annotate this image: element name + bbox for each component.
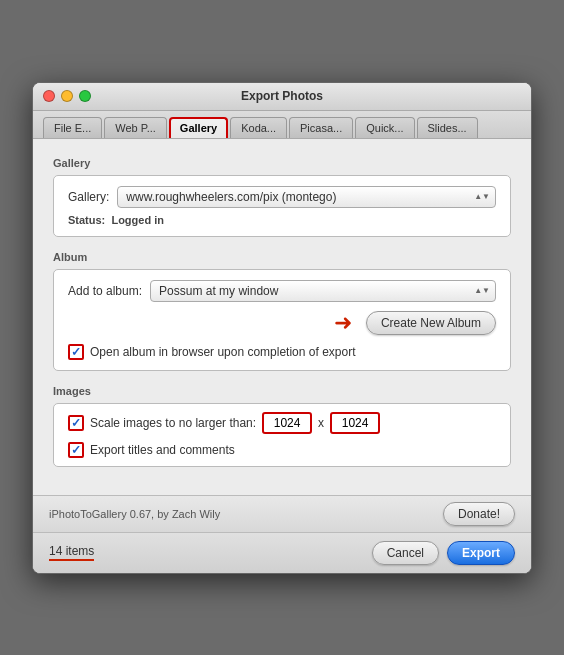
tab-picasa[interactable]: Picasa... [289, 117, 353, 138]
export-titles-row: ✓ Export titles and comments [68, 442, 496, 458]
export-titles-checkbox[interactable]: ✓ [68, 442, 84, 458]
width-input[interactable] [262, 412, 312, 434]
main-content: Gallery Gallery: www.roughwheelers.com/p… [33, 139, 531, 495]
app-info: iPhotoToGallery 0.67, by Zach Wily [49, 508, 220, 520]
album-select-wrapper[interactable]: Possum at my window [150, 280, 496, 302]
album-section-label: Album [53, 251, 511, 263]
create-new-album-button[interactable]: Create New Album [366, 311, 496, 335]
checkbox-checkmark: ✓ [71, 345, 81, 359]
status-label: Status: [68, 214, 105, 226]
export-button[interactable]: Export [447, 541, 515, 565]
titlebar: Export Photos [33, 83, 531, 111]
height-input[interactable] [330, 412, 380, 434]
maximize-button[interactable] [79, 90, 91, 102]
x-separator: x [318, 416, 324, 430]
tab-kodak[interactable]: Koda... [230, 117, 287, 138]
items-count: 14 items [49, 544, 94, 561]
gallery-select[interactable]: www.roughwheelers.com/pix (montego) [117, 186, 496, 208]
scale-images-label: Scale images to no larger than: [90, 416, 256, 430]
tabs-bar: File E... Web P... Gallery Koda... Picas… [33, 111, 531, 139]
donate-bar: iPhotoToGallery 0.67, by Zach Wily Donat… [33, 495, 531, 532]
scale-checkbox-checkmark: ✓ [71, 416, 81, 430]
images-section-box: ✓ Scale images to no larger than: x ✓ Ex… [53, 403, 511, 467]
tab-quicktime[interactable]: Quick... [355, 117, 414, 138]
window-title: Export Photos [241, 89, 323, 103]
open-in-browser-row: ✓ Open album in browser upon completion … [68, 344, 496, 360]
album-section-box: Add to album: Possum at my window ➜ Crea… [53, 269, 511, 371]
album-select[interactable]: Possum at my window [150, 280, 496, 302]
tab-gallery[interactable]: Gallery [169, 117, 228, 138]
export-titles-label: Export titles and comments [90, 443, 235, 457]
window-controls [43, 90, 91, 102]
cancel-button[interactable]: Cancel [372, 541, 439, 565]
tab-slideshow[interactable]: Slides... [417, 117, 478, 138]
scale-images-row: ✓ Scale images to no larger than: x [68, 412, 496, 434]
gallery-select-wrapper[interactable]: www.roughwheelers.com/pix (montego) [117, 186, 496, 208]
export-photos-window: Export Photos File E... Web P... Gallery… [32, 82, 532, 574]
open-in-browser-label: Open album in browser upon completion of… [90, 345, 355, 359]
gallery-field-label: Gallery: [68, 190, 109, 204]
arrow-icon: ➜ [334, 310, 352, 336]
open-in-browser-checkbox[interactable]: ✓ [68, 344, 84, 360]
gallery-field-row: Gallery: www.roughwheelers.com/pix (mont… [68, 186, 496, 208]
tab-file-export[interactable]: File E... [43, 117, 102, 138]
close-button[interactable] [43, 90, 55, 102]
footer-bar: 14 items Cancel Export [33, 532, 531, 573]
minimize-button[interactable] [61, 90, 73, 102]
status-value: Logged in [111, 214, 164, 226]
footer-buttons: Cancel Export [372, 541, 515, 565]
tab-web-page[interactable]: Web P... [104, 117, 167, 138]
donate-button[interactable]: Donate! [443, 502, 515, 526]
scale-images-checkbox[interactable]: ✓ [68, 415, 84, 431]
add-to-album-label: Add to album: [68, 284, 142, 298]
create-album-row: ➜ Create New Album [68, 310, 496, 336]
export-titles-checkmark: ✓ [71, 443, 81, 457]
status-row: Status: Logged in [68, 214, 496, 226]
images-section-label: Images [53, 385, 511, 397]
add-to-album-row: Add to album: Possum at my window [68, 280, 496, 302]
gallery-section-label: Gallery [53, 157, 511, 169]
gallery-section-box: Gallery: www.roughwheelers.com/pix (mont… [53, 175, 511, 237]
